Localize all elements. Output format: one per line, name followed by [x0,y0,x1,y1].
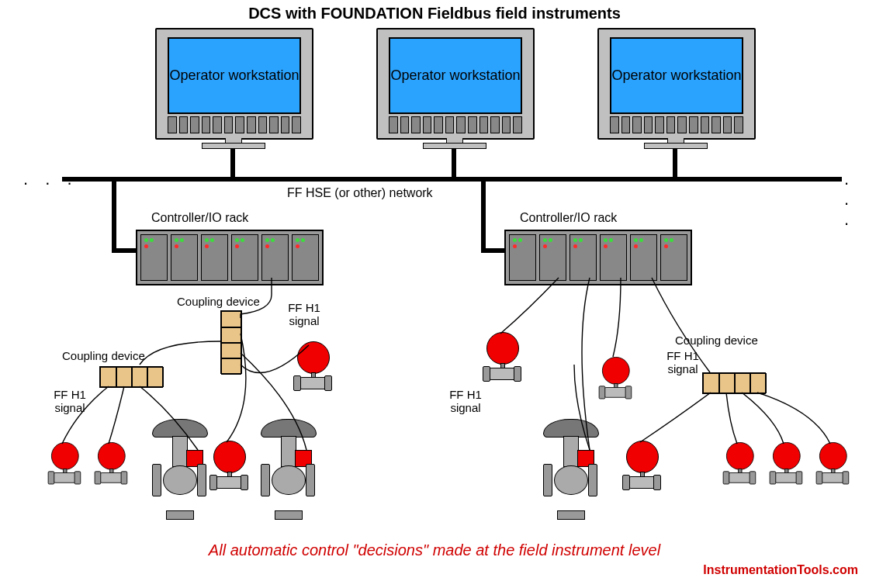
transmitter-icon [481,332,523,380]
transmitter-icon [815,442,850,483]
rack-label: Controller/IO rack [151,211,248,225]
coupling-device-icon [99,366,163,388]
transmitter-icon [768,442,804,483]
signal-label: FF H1 signal [23,388,116,414]
control-valve-icon [144,419,214,520]
operator-workstation: Operator workstation [376,28,531,160]
rack-label: Controller/IO rack [520,211,617,225]
workstation-screen-label: Operator workstation [168,37,301,114]
diagram-stage: DCS with FOUNDATION Fieldbus field instr… [0,0,869,588]
workstation-screen-label: Operator workstation [610,37,743,114]
diagram-title: DCS with FOUNDATION Fieldbus field instr… [0,5,869,22]
signal-label: FF H1 signal [419,388,512,414]
rack-drop-h [112,248,137,253]
operator-workstation: Operator workstation [597,28,753,160]
controller-io-rack [504,230,692,285]
coupling-label: Coupling device [675,334,758,347]
network-bus [62,177,842,182]
network-drop [452,149,456,178]
transmitter-icon [47,442,82,483]
coupling-device-icon [702,372,766,394]
diagram-caption: All automatic control "decisions" made a… [0,541,869,559]
coupling-label: Coupling device [177,295,260,308]
coupling-device-icon [220,310,242,374]
transmitter-icon [597,357,633,398]
rack-drop [481,177,486,251]
signal-label: FF H1 signal [258,301,351,327]
transmitter-icon [621,441,663,489]
ellipsis-right: . . . [844,169,869,230]
transmitter-icon [722,442,757,483]
transmitter-icon [93,442,129,483]
controller-io-rack [136,230,324,285]
watermark: InstrumentationTools.com [703,563,858,577]
monitor-icon: Operator workstation [376,28,535,140]
control-valve-icon [535,419,605,520]
workstation-screen-label: Operator workstation [389,37,522,114]
transmitter-icon [292,341,334,389]
coupling-label: Coupling device [62,349,145,362]
keyboard-icon [610,116,743,133]
network-drop [673,149,677,178]
network-label: FF HSE (or other) network [287,186,433,200]
network-drop [230,149,235,178]
monitor-icon: Operator workstation [597,28,756,140]
rack-drop-h [481,248,506,253]
monitor-icon: Operator workstation [155,28,313,140]
keyboard-icon [389,116,522,133]
transmitter-icon [208,441,250,489]
signal-label: FF H1 signal [636,349,729,375]
keyboard-icon [168,116,301,133]
operator-workstation: Operator workstation [155,28,310,160]
control-valve-icon [253,419,323,520]
rack-drop [112,177,116,251]
